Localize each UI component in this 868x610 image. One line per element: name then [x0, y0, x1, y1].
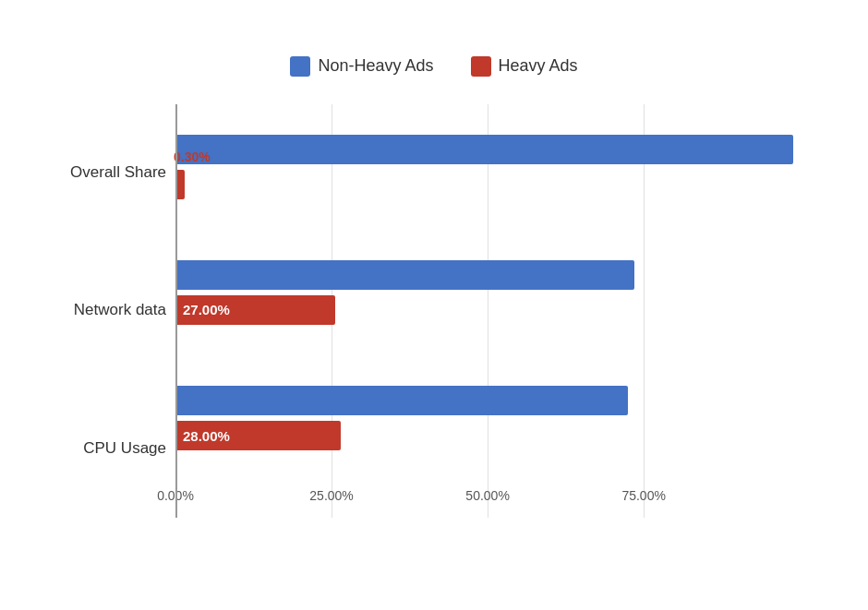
bars-and-grid: 0.30% 27.00%	[175, 104, 813, 555]
bar-label-overall-red: 0.30%	[174, 150, 211, 164]
legend-color-blue	[290, 56, 310, 77]
bar-row-network-red: 27.00%	[175, 295, 813, 325]
bar-group-cpu: 28.00%	[175, 355, 813, 481]
bar-group-network: 27.00%	[175, 230, 813, 355]
bar-row-network-blue	[175, 260, 813, 290]
bar-row-cpu-red: 28.00%	[175, 421, 813, 450]
x-tick-50: 50.00%	[465, 488, 509, 503]
legend-label-non-heavy: Non-Heavy Ads	[318, 56, 433, 76]
bar-network-blue	[175, 260, 634, 290]
chart-container: Non-Heavy Ads Heavy Ads Overall Share Ne…	[37, 38, 831, 573]
legend-item-heavy: Heavy Ads	[471, 56, 578, 77]
y-label-network: Network data	[55, 301, 166, 319]
legend-label-heavy: Heavy Ads	[499, 56, 578, 76]
bar-network-red: 27.00%	[175, 295, 335, 325]
chart-area: Overall Share Network data CPU Usage	[55, 104, 813, 555]
bar-row-cpu-blue	[175, 386, 813, 415]
y-labels: Overall Share Network data CPU Usage	[55, 104, 175, 555]
bar-label-network-red: 27.00%	[183, 302, 230, 317]
bar-label-cpu-red: 28.00%	[183, 428, 230, 444]
bar-cpu-red: 28.00%	[175, 421, 341, 450]
legend-item-non-heavy: Non-Heavy Ads	[290, 56, 433, 77]
y-label-cpu: CPU Usage	[55, 439, 166, 458]
bar-row-overall-blue	[175, 135, 813, 164]
bar-overall-blue	[175, 135, 793, 164]
axis-line	[175, 104, 177, 518]
legend-color-red	[471, 56, 491, 77]
bar-cpu-blue	[175, 386, 628, 415]
y-label-overall: Overall Share	[55, 163, 166, 182]
x-axis: 0.00% 25.00% 50.00% 75.00%	[175, 481, 813, 517]
bar-group-overall: 0.30%	[175, 104, 813, 230]
legend: Non-Heavy Ads Heavy Ads	[55, 56, 813, 77]
x-tick-75: 75.00%	[621, 488, 665, 503]
bar-row-overall-red: 0.30%	[175, 170, 813, 199]
grid-area: 0.30% 27.00%	[175, 104, 813, 555]
x-tick-25: 25.00%	[309, 488, 353, 503]
